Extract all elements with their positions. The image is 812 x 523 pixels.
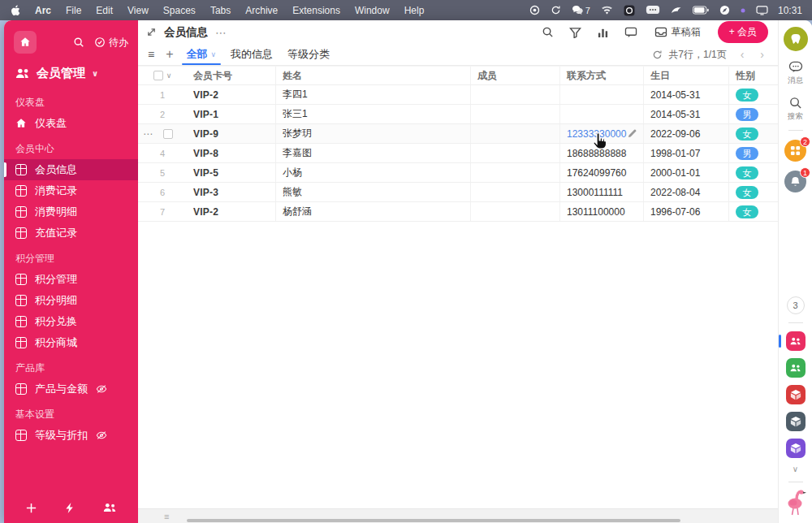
workspace-search-button[interactable] [73,37,84,48]
cell-birthday[interactable]: 2000-01-01 [644,163,729,182]
prev-page-button[interactable]: ‹ [738,48,747,61]
refresh-icon[interactable] [652,50,663,60]
row-checkbox[interactable] [163,129,173,139]
sidebar-item-level-discount[interactable]: 等级与折扣 [4,425,138,446]
cell-card[interactable]: VIP-5 [187,163,276,182]
automation-button[interactable] [64,502,76,514]
cell-contact[interactable] [560,85,644,104]
cell-card[interactable]: VIP-8 [187,144,276,162]
next-page-button[interactable]: › [758,48,767,61]
column-header-contact[interactable]: 联系方式 [560,67,644,84]
menu-file[interactable]: File [66,5,81,16]
tab-all[interactable]: 全部 ∨ [185,44,218,65]
sidebar-item-consume-details[interactable]: 消费明细 [4,201,138,223]
cell-contact[interactable]: 18688888888 [560,144,644,162]
cell-name[interactable]: 李四1 [276,85,471,104]
row-menu-icon[interactable]: ⋯ [143,128,153,140]
phone-link[interactable]: 12333330000 [567,128,626,140]
home-button[interactable] [14,31,37,54]
sidebar-item-points-mall[interactable]: 积分商城 [4,332,138,353]
draft-box-button[interactable]: 草稿箱 [654,25,701,39]
cell-birthday[interactable]: 2022-09-06 [644,124,729,143]
cell-contact[interactable]: 13011100000 [560,202,644,221]
cell-member[interactable] [471,85,560,104]
cell-birthday[interactable]: 2022-08-04 [644,183,729,201]
menu-help[interactable]: Help [404,5,425,16]
add-node-button[interactable] [25,502,37,514]
todo-button[interactable]: 待办 [94,36,128,50]
workspace-switcher[interactable]: 会员管理 ∨ [4,54,138,86]
chat-menubar-icon[interactable]: 7 [572,5,590,15]
wifi-icon[interactable] [601,6,613,15]
cell-card[interactable]: VIP-3 [187,183,276,201]
add-member-button[interactable]: + 会员 [718,21,768,43]
menubar-clock[interactable]: 10:31 [778,5,802,16]
menu-tabs[interactable]: Tabs [210,5,231,16]
cell-card[interactable]: VIP-2 [187,85,276,104]
battery-icon[interactable] [693,6,709,15]
cell-birthday[interactable]: 2014-05-31 [644,105,729,123]
cell-birthday[interactable]: 2014-05-31 [644,85,729,104]
horizontal-scrollbar[interactable] [187,519,680,522]
app-box-slate[interactable] [786,412,806,431]
cell-gender[interactable]: 男 [729,105,778,123]
record-status-icon[interactable] [529,5,540,15]
rail-counter[interactable]: 3 [787,296,805,314]
app-box-purple[interactable] [786,439,806,458]
view-list-icon[interactable]: ≡ [148,48,154,61]
add-view-icon[interactable]: + [166,47,173,62]
cell-member[interactable] [471,163,560,182]
tab-level-category[interactable]: 等级分类 [286,44,331,65]
menu-spaces[interactable]: Spaces [163,5,196,16]
sidebar-item-recharge-records[interactable]: 充值记录 [4,223,138,244]
search-icon[interactable] [542,26,554,38]
column-header-member[interactable]: 成员 [471,67,560,84]
cell-card[interactable]: VIP-2 [187,202,276,221]
cell-member[interactable] [471,144,560,162]
cell-gender[interactable]: 女 [729,85,778,104]
menu-archive[interactable]: Archive [245,5,278,16]
table-row[interactable]: 1 VIP-2 李四1 2014-05-31 女 [138,85,778,105]
column-header-birthday[interactable]: 生日 [644,67,729,84]
menu-extensions[interactable]: Extensions [292,5,340,16]
members-button[interactable] [102,502,117,513]
cell-birthday[interactable]: 1996-07-06 [644,202,729,221]
grid-handle-icon[interactable]: ≡ [164,512,169,521]
filter-icon[interactable] [569,27,581,38]
compass-icon[interactable] [719,5,730,15]
notifications-button[interactable]: 1 [784,171,806,192]
cell-contact[interactable]: 17624099760 [560,163,644,182]
tab-my-info[interactable]: 我的信息 [229,44,274,65]
message-pill-icon[interactable] [646,5,660,15]
app-box-red[interactable] [786,385,806,404]
cell-birthday[interactable]: 1998-01-07 [644,144,729,162]
cell-name[interactable]: 张梦玥 [276,124,471,143]
messages-button[interactable]: 消息 [788,61,803,86]
sync-status-icon[interactable] [551,5,561,15]
cell-gender[interactable]: 女 [729,124,778,143]
cell-member[interactable] [471,183,560,201]
app-members-pink[interactable] [786,331,806,351]
rail-search-button[interactable]: 搜索 [788,96,803,122]
menubar-app-name[interactable]: Arc [35,5,51,16]
widgets-button[interactable]: 2 [784,140,806,162]
sidebar-item-points-manage[interactable]: 积分管理 [4,269,138,290]
column-header-gender[interactable]: 性别 [729,67,778,84]
cell-member[interactable] [471,202,560,221]
cell-contact[interactable] [560,105,644,123]
sidebar-item-member-info[interactable]: 会员信息 [4,159,138,180]
comment-icon[interactable] [624,27,637,38]
bird-menubar-icon[interactable] [671,6,682,15]
sidebar-item-points-exchange[interactable]: 积分兑换 [4,311,138,332]
cell-gender[interactable]: 女 [729,202,778,221]
cell-gender[interactable]: 男 [729,144,778,162]
cell-card[interactable]: VIP-9 [187,124,276,143]
menu-edit[interactable]: Edit [96,5,113,16]
cell-gender[interactable]: 女 [729,163,778,182]
sidebar-item-dashboard[interactable]: 仪表盘 [4,113,138,134]
table-row-hovered[interactable]: ⋯ VIP-9 张梦玥 12333330000 2022-09-06 女 [138,124,778,144]
cell-contact[interactable]: 13000111111 [560,183,644,201]
menu-view[interactable]: View [127,5,149,16]
expand-diagonal-icon[interactable] [146,27,157,37]
table-row[interactable]: 2 VIP-1 张三1 2014-05-31 男 [138,105,778,124]
